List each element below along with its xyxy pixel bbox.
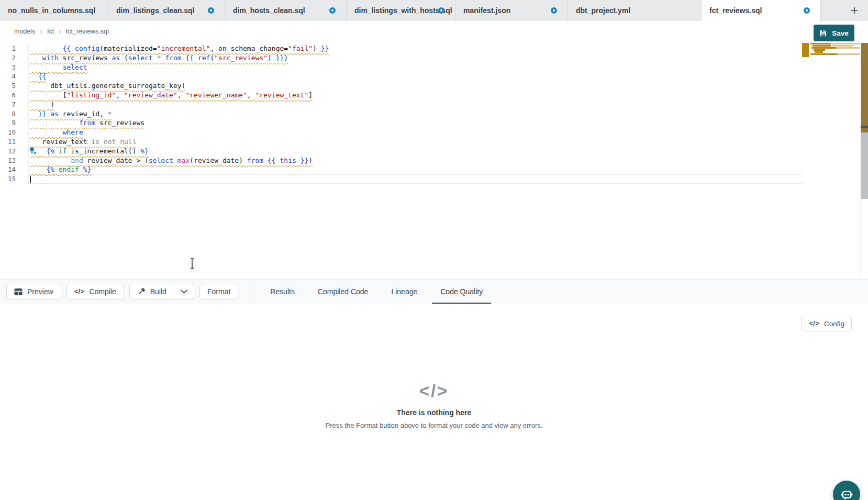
minimap-line [832, 43, 860, 45]
code-brackets-icon: </> [809, 320, 819, 327]
file-tab-label: dim_listings_clean.sql [116, 6, 194, 15]
chat-bot-icon [840, 487, 854, 500]
floppy-disk-icon [819, 29, 827, 37]
compile-button-label: Compile [89, 287, 116, 296]
breadcrumb: models › fct › fct_reviews.sql [14, 21, 109, 42]
line-number: 9 [0, 118, 16, 128]
table-icon [14, 288, 23, 296]
code-line-7: ) [30, 100, 329, 109]
toolbar-divider [249, 284, 249, 299]
file-tab-dbt_project.yml[interactable]: dbt_project.yml [568, 0, 702, 21]
line-number: 12 [0, 147, 16, 156]
build-dropdown-button[interactable] [174, 284, 194, 299]
minimap-line [832, 45, 853, 47]
mouse-ibeam-cursor [188, 258, 196, 269]
format-button-label: Format [207, 287, 230, 296]
compile-button[interactable]: </> Compile [66, 284, 124, 299]
code-line-1: {{ config(materialized="incremental", on… [30, 44, 329, 53]
breadcrumb-item-file[interactable]: fct_reviews.sql [66, 28, 109, 35]
scrollbar[interactable] [860, 42, 868, 279]
panel-tab-compiled-code[interactable]: Compiled Code [309, 280, 377, 304]
empty-state-subtitle: Press the Format button above to format … [0, 421, 868, 429]
scrollbar-thumb[interactable] [861, 132, 868, 199]
overview-ruler-warnings [861, 128, 868, 132]
file-tab-label: fct_reviews.sql [709, 6, 762, 15]
code-quality-panel: </> Config </> There is nothing here Pre… [0, 304, 868, 500]
code-line-3: select [30, 63, 329, 72]
minimap[interactable] [802, 42, 860, 59]
minimap-line [813, 45, 831, 47]
file-tab-label: no_nulls_in_columns.sql [8, 6, 95, 15]
minimap-line [810, 53, 838, 55]
code-line-14: {% endif %} [30, 165, 329, 174]
file-tab-label: dbt_project.yml [576, 6, 630, 15]
panel-toolbar: Preview </> Compile Build [0, 279, 868, 304]
text-caret [30, 176, 31, 183]
panel-tab-code-quality[interactable]: Code Quality [432, 280, 491, 304]
new-tab-plus-icon[interactable] [850, 6, 859, 15]
code-line-2: with src_reviews as (select * from {{ re… [30, 53, 329, 63]
chevron-down-icon [181, 290, 187, 294]
line-number: 7 [0, 100, 16, 109]
config-button-label: Config [824, 320, 844, 328]
file-tab-label: dim_listings_with_hosts.sql [354, 6, 452, 15]
panel-tab-lineage[interactable]: Lineage [383, 280, 426, 304]
file-tab-manifest.json[interactable]: manifest.json [455, 0, 568, 21]
file-tab-no_nulls_in_columns.sql[interactable]: no_nulls_in_columns.sql [0, 0, 108, 21]
file-tab-dim_hosts_clean.sql[interactable]: dim_hosts_clean.sql [225, 0, 347, 21]
build-button-label: Build [150, 287, 166, 296]
file-tab-dim_listings_with_hosts.sql[interactable]: dim_listings_with_hosts.sql [347, 0, 455, 21]
editor-header: models › fct › fct_reviews.sql Save [0, 21, 868, 42]
code-brackets-icon: </> [0, 381, 868, 401]
line-number: 5 [0, 81, 16, 91]
minimap-line [802, 43, 809, 57]
modified-dot-icon [551, 7, 557, 14]
line-number: 14 [0, 165, 16, 174]
quick-fix-lightbulb-icon[interactable] [28, 147, 37, 155]
overview-ruler-warnings [861, 43, 868, 127]
line-number: 10 [0, 128, 16, 137]
modified-dot-icon [329, 7, 336, 14]
code-content[interactable]: {{ config(materialized="incremental", on… [30, 44, 329, 184]
preview-button-label: Preview [27, 287, 53, 296]
line-number: 1 [0, 44, 16, 53]
code-editor[interactable]: 123456789101112131415 {{ config(material… [0, 42, 868, 279]
breadcrumb-item-fct[interactable]: fct [47, 28, 54, 35]
file-tab-bar: no_nulls_in_columns.sqldim_listings_clea… [0, 0, 868, 21]
code-line-15 [30, 174, 329, 184]
save-button[interactable]: Save [814, 25, 854, 41]
minimap-line [837, 47, 860, 49]
modified-dot-icon [438, 7, 444, 14]
code-line-6: ["listing_id", "review_date", "reviewer_… [30, 91, 329, 100]
file-tab-fct_reviews.sql[interactable]: fct_reviews.sql [702, 0, 821, 21]
panel-tabs: ResultsCompiled CodeLineageCode Quality [259, 280, 494, 304]
line-number: 2 [0, 53, 16, 63]
build-button[interactable]: Build [130, 284, 174, 299]
breadcrumb-separator-icon: › [59, 27, 61, 36]
code-line-8: }} as review_id, * [30, 109, 329, 119]
code-line-10: where [30, 128, 329, 137]
format-button[interactable]: Format [199, 284, 238, 299]
line-number: 8 [0, 109, 16, 119]
file-tab-dim_listings_clean.sql[interactable]: dim_listings_clean.sql [108, 0, 225, 21]
code-line-9: from src_reviews [30, 118, 329, 128]
line-number-gutter: 123456789101112131415 [0, 44, 16, 184]
code-line-5: dbt_utils.generate_surrogate_key( [30, 81, 329, 91]
breadcrumb-item-models[interactable]: models [14, 28, 35, 35]
tab-bar-spacer [821, 0, 868, 21]
minimap-line [811, 47, 837, 49]
modified-dot-icon [804, 7, 810, 14]
minimap-line [838, 53, 860, 55]
line-number: 13 [0, 156, 16, 165]
file-tab-label: manifest.json [463, 6, 510, 15]
code-line-11: review_text is not null [30, 137, 329, 147]
line-number: 15 [0, 174, 16, 184]
minimap-line [810, 43, 831, 45]
preview-button[interactable]: Preview [6, 284, 61, 299]
panel-tab-results[interactable]: Results [262, 280, 303, 304]
code-brackets-icon: </> [74, 288, 85, 295]
config-button[interactable]: </> Config [802, 316, 852, 331]
empty-state-title: There is nothing here [0, 408, 868, 417]
line-number: 6 [0, 91, 16, 100]
breadcrumb-separator-icon: › [40, 27, 42, 36]
